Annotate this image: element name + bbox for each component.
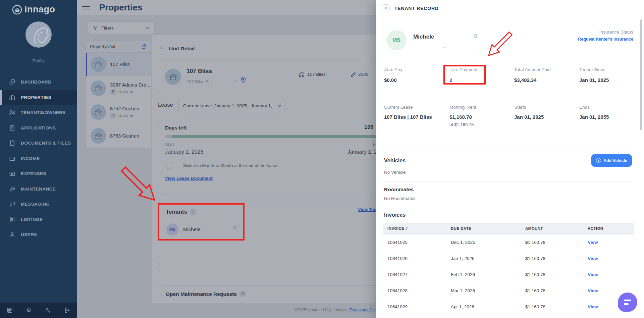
invoice-row: 10641026 Jan 1, 2026 $1,160.78 View bbox=[383, 251, 634, 267]
days-left-value: 106 bbox=[364, 124, 374, 130]
page-title: Properties bbox=[99, 2, 143, 13]
vehicles-empty-text: No Vehicle bbox=[384, 170, 406, 175]
invoice-row: 10641028 Mar 1, 2026 $1,160.78 View bbox=[383, 283, 634, 299]
location-pin-icon[interactable] bbox=[240, 76, 246, 83]
sidebar-item-properties[interactable]: PROPERTIES bbox=[0, 90, 77, 105]
stat-value-tenant-since: Jan 01, 2025 bbox=[579, 77, 609, 83]
property-row-3087-adams[interactable]: 3087 Adams Cro... 9 Units bbox=[86, 76, 151, 100]
lease-selector[interactable]: Current Lease: January 1, 2025 - January… bbox=[178, 99, 285, 112]
dashboard-icon bbox=[9, 79, 15, 85]
application-doc-icon bbox=[9, 125, 15, 131]
invoice-number: 10641025 bbox=[387, 240, 408, 245]
filters-button[interactable]: Filters bbox=[88, 21, 155, 34]
lease-start-date: January 1, 2025 bbox=[165, 149, 204, 155]
sidebar-item-label: MESSAGING bbox=[21, 202, 50, 207]
stat-label-tenant-since: Tenant Since bbox=[579, 67, 605, 72]
invoice-number: 10641029 bbox=[387, 304, 408, 309]
sidebar: innago Profile DASHBOARD PROPERTIES TENA… bbox=[0, 0, 77, 318]
sidebar-item-applications[interactable]: APPLICATIONS bbox=[0, 120, 77, 136]
chip-sqft-value: 3100 bbox=[358, 72, 368, 77]
sidebar-item-listings[interactable]: LISTINGS bbox=[0, 212, 77, 227]
sidebar-item-income[interactable]: INCOME bbox=[0, 151, 77, 166]
maintenance-count-badge: 0 bbox=[239, 291, 246, 297]
sidebar-item-users[interactable]: USERS bbox=[0, 227, 77, 243]
drawer-close-button[interactable]: × bbox=[382, 4, 390, 12]
sidebar-item-label: INCOME bbox=[21, 156, 40, 161]
filters-label: Filters bbox=[101, 25, 114, 31]
lease-value-current: 107 Bliss | 107 Bliss bbox=[384, 114, 432, 120]
invoice-number: 10641027 bbox=[387, 272, 408, 277]
logo-text: innago bbox=[24, 4, 55, 15]
property-name: 3087 Adams Cro... bbox=[110, 82, 150, 88]
chat-widget-button[interactable] bbox=[618, 293, 637, 312]
lease-progress-card: Days left 106 Start January 1, 2025 End … bbox=[158, 120, 393, 195]
view-tenant-link[interactable]: View Ten bbox=[358, 207, 376, 212]
sidebar-item-label: MAINTENANCE bbox=[21, 187, 56, 192]
property-thumb-icon bbox=[91, 104, 106, 120]
drawer-title: TENANT RECORD bbox=[394, 6, 439, 11]
settings-gear-icon[interactable]: ⚙ bbox=[26, 307, 31, 314]
sidebar-item-tenants-owners[interactable]: TENANTS/OWNERS bbox=[0, 105, 77, 120]
invoice-row: 10641029 Apr 1, 2026 $1,160.78 View bbox=[383, 299, 634, 315]
invoice-view-link[interactable]: View bbox=[588, 256, 598, 261]
invoice-view-link[interactable]: View bbox=[588, 240, 598, 245]
footer-terms-link[interactable]: Terms and Co bbox=[350, 308, 375, 312]
invoice-due-date: Mar 1, 2026 bbox=[451, 288, 475, 293]
invoice-amount: $1,160.78 bbox=[525, 288, 545, 293]
drawer-scrollbar-thumb[interactable] bbox=[640, 19, 642, 130]
logout-icon[interactable] bbox=[64, 307, 70, 313]
days-left-label: Days left bbox=[165, 125, 187, 131]
property-row-8752-goshen[interactable]: 8752 Goshen 7 Units bbox=[86, 100, 151, 124]
units-expander[interactable]: 9 Units bbox=[110, 89, 150, 95]
panel-list-icon[interactable] bbox=[7, 307, 13, 313]
sidebar-item-label: EXPENSES bbox=[21, 171, 46, 176]
add-vehicle-button[interactable]: + Add Vehicle bbox=[591, 154, 632, 167]
roommates-empty-text: No Roommates bbox=[384, 196, 416, 201]
lease-end-date: January 1, 20 bbox=[347, 149, 380, 155]
open-external-icon[interactable] bbox=[141, 44, 147, 49]
tenant-record-gear-icon[interactable]: ⚙ bbox=[473, 33, 478, 39]
add-user-icon[interactable] bbox=[45, 307, 51, 313]
property-row-8753-goshen[interactable]: 8753 Goshen bbox=[86, 124, 151, 148]
stat-value-auto-pay: $0.00 bbox=[384, 77, 397, 83]
people-icon bbox=[9, 109, 15, 116]
invoices-table-header: INVOICE # DUE DATE AMOUNT ACTION bbox=[383, 223, 634, 235]
vehicles-heading: Vehicles bbox=[384, 158, 406, 164]
units-expander[interactable]: 7 Units bbox=[110, 113, 139, 118]
view-lease-document-link[interactable]: View Lease Document bbox=[165, 176, 213, 181]
tenant-record-name: Michele bbox=[413, 34, 434, 40]
chat-icon bbox=[624, 300, 631, 301]
address-ellipsis: ... bbox=[234, 78, 237, 83]
invoice-view-link[interactable]: View bbox=[588, 272, 598, 277]
roommates-heading: Roommates bbox=[384, 187, 414, 193]
invoice-amount: $1,160.78 bbox=[525, 256, 545, 261]
request-renters-insurance-link[interactable]: Request Renter's Insurance bbox=[578, 37, 633, 42]
sidebar-item-expenses[interactable]: EXPENSES bbox=[0, 166, 77, 181]
property-name: 107 Bliss bbox=[110, 62, 130, 67]
col-invoice-number: INVOICE # bbox=[387, 226, 408, 230]
units-label: Units bbox=[118, 113, 128, 118]
tenant-record-avatar: MS bbox=[386, 30, 407, 50]
building-icon bbox=[9, 94, 15, 101]
property-row-107-bliss[interactable]: 107 Bliss bbox=[86, 53, 151, 76]
sidebar-item-messaging[interactable]: MESSAGING bbox=[0, 197, 77, 212]
sidebar-item-dashboard[interactable]: DASHBOARD bbox=[0, 74, 77, 90]
lease-value-rent-sub: of $1,160.78 bbox=[449, 122, 474, 127]
profile-avatar[interactable] bbox=[25, 21, 52, 48]
drawer-header: × TENANT RECORD bbox=[376, 0, 644, 16]
unit-detail-close-icon[interactable]: × bbox=[160, 45, 163, 52]
hamburger-menu-icon[interactable] bbox=[82, 6, 90, 11]
invoice-view-link[interactable]: View bbox=[588, 304, 598, 309]
tenant-record-initials: MS bbox=[392, 37, 400, 43]
lease-selector-value: Current Lease: January 1, 2025 - January… bbox=[183, 103, 278, 108]
invoice-number: 10641026 bbox=[387, 256, 408, 261]
wrench-icon bbox=[9, 186, 15, 192]
lease-value-starts: Jan 01, 2025 bbox=[514, 114, 544, 120]
invoice-view-link[interactable]: View bbox=[588, 288, 598, 293]
sidebar-item-maintenance[interactable]: MAINTENANCE bbox=[0, 181, 77, 197]
sidebar-item-label: USERS bbox=[21, 232, 37, 237]
wallet-dollar-icon bbox=[9, 170, 15, 177]
sidebar-item-label: DOCUMENTS & FILES bbox=[21, 141, 71, 146]
sidebar-item-documents-files[interactable]: DOCUMENTS & FILES bbox=[0, 136, 77, 151]
lease-label-ends: Ends bbox=[579, 105, 590, 110]
